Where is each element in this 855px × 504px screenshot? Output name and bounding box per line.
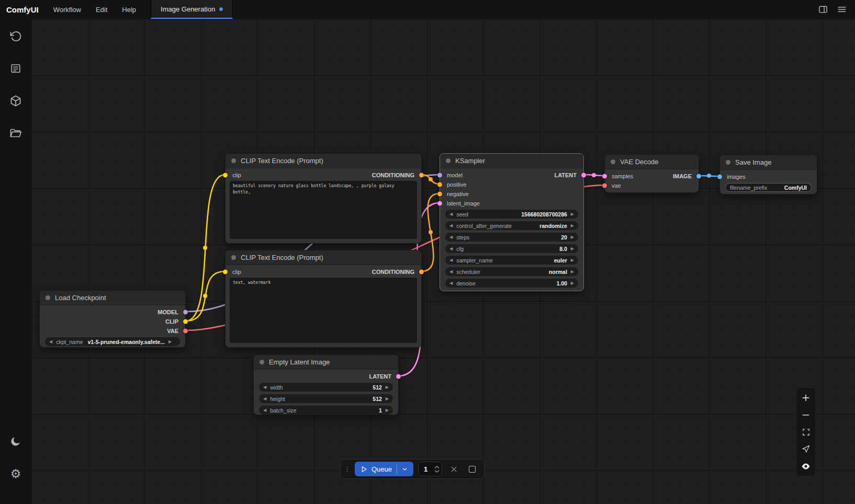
prompt-textarea[interactable]: beautiful scenery nature glass bottle la… [230,181,417,239]
port-latent-output[interactable] [396,374,401,379]
collapse-dot[interactable] [260,360,264,364]
menu-workflow[interactable]: Workflow [46,0,88,19]
node-header[interactable]: Empty Latent Image [254,355,398,370]
node-vae-decode[interactable]: VAE Decode samples IMAGE vae [604,154,699,193]
hamburger-menu-icon[interactable] [834,2,850,17]
history-icon[interactable] [9,29,22,43]
queue-button[interactable]: Queue [355,462,413,476]
arrow-right-icon[interactable]: ▶ [571,247,574,251]
arrow-left-icon[interactable]: ◀ [449,281,453,285]
arrow-right-icon[interactable]: ▶ [168,340,172,344]
arrow-right-icon[interactable]: ▶ [571,212,574,216]
arrow-left-icon[interactable]: ◀ [263,385,266,390]
zoom-out-icon[interactable]: − [798,407,814,422]
chevron-down-icon[interactable] [397,464,411,475]
collapse-dot[interactable] [726,160,730,165]
arrow-right-icon[interactable]: ▶ [571,235,574,239]
widget-steps[interactable]: ◀ steps 20 ▶ [445,233,578,242]
log-icon[interactable] [9,62,22,75]
select-mode-icon[interactable] [798,441,814,457]
node-header[interactable]: Save Image [720,155,817,170]
arrow-right-icon[interactable]: ▶ [386,397,389,401]
drag-handle-icon[interactable]: ⋮ [344,465,350,473]
menu-edit[interactable]: Edit [88,0,115,19]
node-header[interactable]: CLIP Text Encode (Prompt) [226,250,421,265]
collapse-dot[interactable] [446,158,451,163]
zoom-in-icon[interactable]: + [798,390,814,405]
node-clip-text-encode-negative[interactable]: CLIP Text Encode (Prompt) clip CONDITION… [225,250,422,348]
widget-width[interactable]: ◀ width 512 ▶ [259,383,393,392]
arrow-right-icon[interactable]: ▶ [386,408,389,413]
node-header[interactable]: Load Checkpoint [40,291,185,305]
link-dot [429,177,433,181]
arrow-left-icon[interactable]: ◀ [449,235,453,239]
port-images-input[interactable] [717,175,722,179]
port-samples-input[interactable] [602,174,607,179]
collapse-dot[interactable] [231,255,236,260]
settings-gear-icon[interactable]: ⚙ [9,467,22,480]
node-empty-latent-image[interactable]: Empty Latent Image LATENT ◀ width 512 ▶ … [253,354,399,415]
arrow-right-icon[interactable]: ▶ [571,258,574,262]
port-model-input[interactable] [437,173,442,178]
batch-count-input[interactable]: 1 [418,462,442,476]
theme-toggle-icon[interactable] [9,434,22,448]
toggle-visibility-eye-icon[interactable] [798,459,814,474]
widget-scheduler[interactable]: ◀ scheduler normal ▶ [445,267,578,276]
widget-sampler-name[interactable]: ◀ sampler_name euler ▶ [445,256,578,265]
widget-control-after-generate[interactable]: ◀ control_after_generate randomize ▶ [445,221,578,230]
port-positive-input[interactable] [437,182,442,187]
collapse-dot[interactable] [46,295,50,300]
widget-filename-prefix[interactable]: filename_prefix ComfyUI [725,183,812,192]
port-conditioning-output[interactable] [419,173,424,178]
stop-icon[interactable] [465,462,479,476]
arrow-right-icon[interactable]: ▶ [571,281,574,285]
port-clip-input[interactable] [223,270,228,274]
arrow-left-icon[interactable]: ◀ [263,397,266,401]
port-latent-image-input[interactable] [437,201,442,206]
widget-height[interactable]: ◀ height 512 ▶ [259,394,393,403]
collapse-dot[interactable] [611,159,615,164]
arrow-left-icon[interactable]: ◀ [449,212,453,216]
port-conditioning-output[interactable] [419,270,424,274]
node-graph-canvas[interactable]: Load Checkpoint MODEL CLIP VAE ◀ ckpt_na [31,19,855,504]
node-clip-text-encode-positive[interactable]: CLIP Text Encode (Prompt) clip CONDITION… [225,153,422,244]
menu-help[interactable]: Help [115,0,143,19]
arrow-left-icon[interactable]: ◀ [263,408,266,413]
arrow-left-icon[interactable]: ◀ [449,270,453,274]
port-clip-input[interactable] [223,173,228,178]
node-header[interactable]: KSampler [440,154,583,168]
port-vae-output[interactable] [183,329,188,334]
node-header[interactable]: CLIP Text Encode (Prompt) [226,154,421,168]
node-ksampler[interactable]: KSampler model LATENT positive negative [440,153,584,291]
node-save-image[interactable]: Save Image images filename_prefix ComfyU… [719,155,817,194]
clear-queue-icon[interactable] [447,462,460,476]
widget-seed[interactable]: ◀ seed 156680208700286 ▶ [445,210,578,219]
fit-view-icon[interactable] [798,424,814,440]
port-latent-output[interactable] [581,173,586,178]
widget-batch-size[interactable]: ◀ batch_size 1 ▶ [259,406,393,415]
arrow-left-icon[interactable]: ◀ [449,258,453,262]
toggle-panel-icon[interactable] [815,2,831,17]
arrow-right-icon[interactable]: ▶ [571,270,574,274]
collapse-dot[interactable] [231,158,236,163]
arrow-left-icon[interactable]: ◀ [49,340,52,344]
arrow-right-icon[interactable]: ▶ [386,385,389,390]
tab-image-generation[interactable]: Image Generation [151,0,233,19]
port-image-output[interactable] [696,174,701,179]
count-stepper[interactable] [434,465,442,473]
node-header[interactable]: VAE Decode [605,155,699,169]
port-vae-input[interactable] [602,184,607,188]
arrow-left-icon[interactable]: ◀ [449,247,453,251]
arrow-right-icon[interactable]: ▶ [571,224,574,228]
prompt-textarea[interactable]: text, watermark [230,278,417,343]
node-load-checkpoint[interactable]: Load Checkpoint MODEL CLIP VAE ◀ ckpt_na [39,290,186,348]
arrow-left-icon[interactable]: ◀ [449,224,453,228]
widget-ckpt-name[interactable]: ◀ ckpt_name v1-5-pruned-emaonly.safete..… [45,337,180,346]
widget-denoise[interactable]: ◀ denoise 1.00 ▶ [445,279,578,288]
port-negative-input[interactable] [437,192,442,197]
port-clip-output[interactable] [183,319,188,324]
model-library-icon[interactable] [9,94,22,108]
port-model-output[interactable] [183,310,188,315]
widget-cfg[interactable]: ◀ cfg 8.0 ▶ [445,244,578,253]
workflows-folder-icon[interactable] [9,127,22,140]
